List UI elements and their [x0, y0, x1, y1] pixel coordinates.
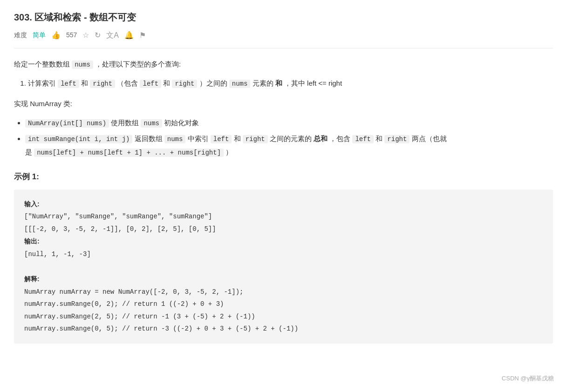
like-icon[interactable]: 👍	[51, 29, 61, 41]
step1-right: right	[90, 80, 115, 88]
input-line1: ["NumArray", "sumRange", "sumRange", "su…	[24, 210, 543, 223]
page-title: 303. 区域和检索 - 数组不可变	[14, 9, 553, 25]
input-line2: [[[-2, 0, 3, -5, 2, -1]], [0, 2], [2, 5]…	[24, 223, 543, 236]
example-box: 输入: ["NumArray", "sumRange", "sumRange",…	[14, 189, 553, 344]
star-icon[interactable]: ☆	[82, 29, 89, 41]
problem-intro: 给定一个整数数组 nums ，处理以下类型的多个查询:	[14, 58, 553, 71]
sumrange-nums: nums	[164, 135, 186, 143]
step-1: 计算索引 left 和 right （包含 left 和 right ）之间的 …	[28, 77, 553, 90]
constructor-nums: nums	[141, 119, 162, 128]
explain-line3: numArray.sumRange(2, 5); // return -1 (3…	[24, 311, 543, 323]
impl-label: 实现 NumArray 类:	[14, 97, 553, 111]
difficulty-label: 难度	[14, 30, 27, 41]
explain-line2: numArray.sumRange(0, 2); // return 1 ((-…	[24, 298, 543, 311]
explain-line1: NumArray numArray = new NumArray([-2, 0,…	[24, 286, 543, 298]
sumrange-right: right	[243, 135, 268, 143]
output-label: 输出:	[24, 237, 40, 245]
sumrange-code: int sumRange(int i, int j)	[25, 135, 132, 143]
step1-right2: right	[172, 80, 197, 88]
like-count: 557	[66, 30, 77, 41]
sumrange-right2: right	[384, 135, 410, 143]
bell-icon[interactable]: 🔔	[124, 29, 134, 41]
sumrange-left: left	[211, 135, 232, 143]
watermark: CSDN @γ酮基戊糖	[502, 373, 554, 384]
step1-text: 计算索引	[28, 79, 58, 87]
input-label: 输入:	[24, 200, 40, 208]
refresh-icon[interactable]: ↻	[95, 29, 101, 41]
step1-left2: left	[140, 80, 161, 88]
output-line: [null, 1, -1, -3]	[24, 248, 543, 261]
explain-line4: numArray.sumRange(0, 5); // return -3 ((…	[24, 323, 543, 335]
numbered-list: 计算索引 left 和 right （包含 left 和 right ）之间的 …	[14, 77, 553, 90]
example-section-title: 示例 1:	[14, 170, 553, 184]
method-sumrange: int sumRange(int i, int j) 返回数组 nums 中索引…	[25, 132, 553, 159]
flag-icon[interactable]: ⚑	[139, 29, 146, 41]
sumrange-left2: left	[352, 135, 374, 143]
method-list: NumArray(int[] nums) 使用数组 nums 初始化对象 int…	[14, 116, 553, 159]
intro-code-nums: nums	[72, 61, 93, 69]
step1-nums: nums	[229, 80, 251, 88]
difficulty-value: 简单	[33, 30, 46, 41]
translate-icon[interactable]: 文A	[106, 29, 119, 41]
method-constructor: NumArray(int[] nums) 使用数组 nums 初始化对象	[25, 116, 553, 130]
intro-cont: ，处理以下类型的多个查询:	[93, 60, 181, 68]
step1-left: left	[58, 80, 79, 88]
explain-label: 解释:	[24, 275, 40, 283]
sumrange-formula: nums[left] + nums[left + 1] + ... + nums…	[34, 149, 224, 157]
meta-row: 难度 简单 👍 557 ☆ ↻ 文A 🔔 ⚑	[14, 29, 553, 48]
intro-text: 给定一个整数数组	[14, 60, 72, 68]
constructor-code: NumArray(int[] nums)	[25, 119, 109, 128]
